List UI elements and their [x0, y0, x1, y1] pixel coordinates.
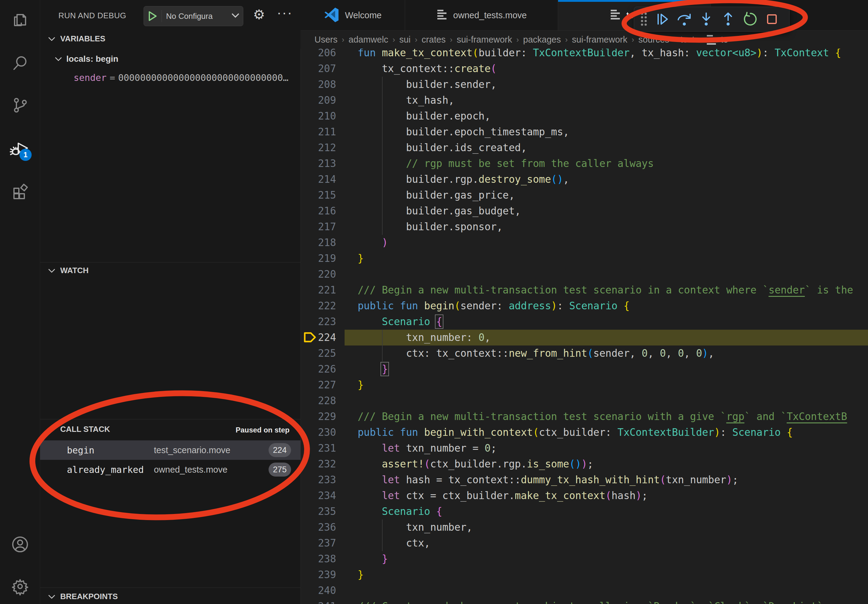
variables-scope-row[interactable]: locals: begin	[55, 54, 118, 64]
line-number[interactable]: 223	[313, 314, 336, 330]
line-number[interactable]: 238	[313, 551, 336, 567]
line-number[interactable]: 219	[313, 251, 336, 266]
breadcrumb-item[interactable]: sui-framework	[457, 35, 512, 45]
line-number[interactable]: 212	[313, 140, 336, 156]
frame-line-badge: 275	[268, 463, 291, 477]
activity-bar-account-icon[interactable]	[0, 529, 40, 560]
activity-bar-settings-gear-icon[interactable]	[0, 571, 40, 602]
tab-owned_tests.move[interactable]: owned_tests.move	[405, 0, 558, 30]
line-number[interactable]: 210	[313, 108, 336, 124]
watch-section-header[interactable]: WATCH	[48, 266, 88, 275]
line-number[interactable]: 230	[313, 424, 336, 440]
code-text: }	[358, 551, 388, 567]
drag-grip[interactable]	[637, 9, 651, 29]
code-line-220: 220	[301, 266, 868, 282]
breadcrumb-item[interactable]: sui	[399, 35, 411, 45]
continue-button[interactable]	[653, 9, 673, 29]
watch-label: WATCH	[60, 266, 88, 275]
restart-button[interactable]	[740, 9, 760, 29]
code-line-208: 208 builder.sender,	[301, 77, 868, 93]
line-number[interactable]: 231	[313, 440, 336, 456]
line-number[interactable]: 226	[313, 361, 336, 377]
call-stack-section-header[interactable]: CALL STACK	[48, 424, 110, 434]
code-text: builder.gas_price,	[358, 187, 515, 203]
code-line-231: 231 let txn_number = 0;	[301, 440, 868, 456]
debug-configuration-dropdown[interactable]: No Configura	[144, 6, 243, 26]
line-number[interactable]: 235	[313, 503, 336, 519]
line-number[interactable]: 225	[313, 345, 336, 361]
line-number[interactable]: 211	[313, 124, 336, 140]
debug-settings-gear-icon[interactable]: ⚙	[253, 7, 265, 22]
line-number[interactable]: 209	[313, 93, 336, 108]
variable-row[interactable]: sender=000000000000000000000000000000…	[74, 73, 288, 83]
line-number[interactable]: 241	[313, 599, 336, 604]
activity-bar: 1	[0, 0, 40, 604]
line-number[interactable]: 220	[313, 266, 336, 282]
line-number[interactable]: 215	[313, 187, 336, 203]
line-number[interactable]: 227	[313, 377, 336, 393]
line-number[interactable]: 233	[313, 472, 336, 488]
breakpoints-section-header[interactable]: BREAKPOINTS	[48, 592, 118, 601]
line-number[interactable]: 216	[313, 203, 336, 219]
tab-Welcome[interactable]: Welcome	[301, 0, 405, 30]
start-debug-icon[interactable]	[144, 10, 162, 22]
line-number[interactable]: 217	[313, 219, 336, 235]
move-file-icon	[609, 9, 621, 22]
step-out-button[interactable]	[718, 9, 738, 29]
line-number[interactable]: 218	[313, 235, 336, 251]
line-number[interactable]: 236	[313, 519, 336, 535]
code-line-241: 241/// Creates and shares system objects…	[301, 599, 868, 604]
breadcrumb-item[interactable]: sui-framework	[572, 35, 628, 45]
line-number[interactable]: 222	[313, 298, 336, 314]
line-number[interactable]: 229	[313, 409, 336, 424]
code-text: builder.sponsor,	[358, 219, 503, 235]
variables-label: VARIABLES	[60, 34, 105, 43]
call-stack-frame-begin[interactable]: begintest_scenario.move224	[40, 440, 301, 460]
code-text: builder.gas_budget,	[358, 203, 521, 219]
code-line-217: 217 builder.sponsor,	[301, 219, 868, 235]
line-number[interactable]: 232	[313, 456, 336, 472]
stop-button[interactable]	[762, 9, 782, 29]
breadcrumb-item[interactable]: test	[680, 35, 694, 45]
code-line-229: 229/// Begin a new multi-transaction tes…	[301, 409, 868, 424]
call-stack-frame-already_marked[interactable]: already_markedowned_tests.move275	[40, 460, 301, 479]
variable-name: sender	[74, 73, 107, 83]
variables-section-header[interactable]: VARIABLES	[48, 34, 105, 43]
chevron-down-icon	[48, 427, 55, 432]
breadcrumb-item[interactable]: crates	[422, 35, 446, 45]
more-actions-icon[interactable]: ···	[277, 4, 293, 21]
breadcrumb-file[interactable]: te	[705, 34, 728, 45]
code-line-240: 240	[301, 583, 868, 599]
code-text: Scenario {	[358, 314, 442, 330]
breadcrumb-item[interactable]: adamwelc	[349, 35, 388, 45]
code-area[interactable]: 206fun make_tx_context(builder: TxContex…	[301, 0, 868, 604]
line-number[interactable]: 234	[313, 488, 336, 503]
breadcrumb-item[interactable]: Users	[315, 35, 338, 45]
line-number[interactable]: 224	[313, 330, 336, 345]
code-text: }	[358, 251, 364, 266]
breadcrumb-item[interactable]: sources	[639, 35, 670, 45]
line-number[interactable]: 208	[313, 77, 336, 93]
step-over-button[interactable]	[674, 9, 694, 29]
code-line-222: 222public fun begin(sender: address): Sc…	[301, 298, 868, 314]
line-number[interactable]: 240	[313, 583, 336, 599]
code-text: txn_number: 0,	[358, 330, 491, 345]
activity-bar-extensions-icon[interactable]	[0, 175, 40, 206]
line-number[interactable]: 213	[313, 156, 336, 172]
activity-bar-explorer-icon[interactable]	[0, 6, 40, 37]
line-number[interactable]: 207	[313, 61, 336, 77]
editor-group[interactable]: 206fun make_tx_context(builder: TxContex…	[301, 0, 868, 604]
line-number[interactable]: 237	[313, 535, 336, 551]
line-number[interactable]: 239	[313, 567, 336, 583]
line-number[interactable]: 221	[313, 282, 336, 298]
line-number[interactable]: 214	[313, 172, 336, 187]
activity-bar-search-icon[interactable]	[0, 48, 40, 79]
breadcrumb-item[interactable]: packages	[523, 35, 561, 45]
code-text: assert!(ctx_builder.rgp.is_some());	[358, 456, 594, 472]
activity-bar-source-control-icon[interactable]	[0, 90, 40, 121]
debug-toolbar	[634, 7, 789, 32]
step-into-button[interactable]	[696, 9, 716, 29]
line-number[interactable]: 228	[313, 393, 336, 409]
activity-bar-run-debug-icon[interactable]: 1	[0, 133, 40, 164]
section-divider	[40, 419, 301, 420]
